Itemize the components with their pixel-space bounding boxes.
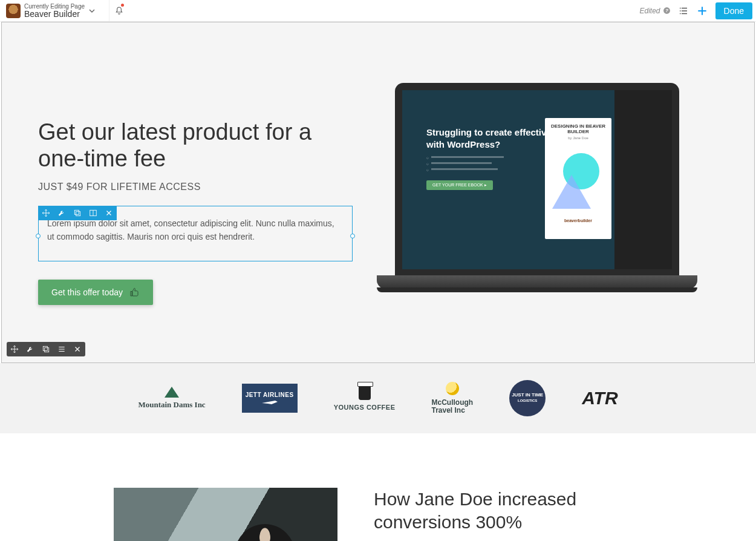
add-content-button[interactable] [696, 5, 708, 17]
logo-label-bot: Travel Inc [432, 406, 465, 415]
client-logos-row: Mountain Dams Inc JETT AIRLINES YOUNGS C… [0, 363, 756, 433]
module-move-handle[interactable] [38, 206, 54, 220]
resize-handle-right[interactable] [350, 234, 355, 238]
cta-label: Get this offer today [51, 287, 123, 297]
laptop-ebook-card: DESIGNING IN BEAVER BUILDER by Jane Doe … [545, 118, 611, 239]
notification-dot-icon [121, 4, 124, 7]
logo-youngs-coffee: YOUNGS COFFEE [334, 385, 396, 411]
edited-label: Edited [640, 7, 660, 15]
plus-icon [696, 5, 708, 17]
module-duplicate-button[interactable] [70, 206, 85, 220]
ebook-art [550, 148, 607, 215]
row-duplicate-button[interactable] [38, 342, 54, 356]
module-settings-button[interactable] [54, 206, 70, 220]
laptop-foot [377, 287, 697, 292]
module-remove-button[interactable] [101, 206, 117, 220]
laptop-cta: GET YOUR FREE EBOOK ▸ [426, 180, 493, 190]
logo-jett-airlines: JETT AIRLINES [242, 384, 298, 413]
svg-rect-6 [43, 346, 47, 350]
ebook-title: DESIGNING IN BEAVER BUILDER [550, 124, 607, 135]
bell-icon [114, 6, 124, 16]
laptop-side-panel [614, 90, 672, 269]
row-remove-button[interactable] [70, 342, 85, 356]
logo-mountain-dams: Mountain Dams Inc [138, 387, 205, 410]
wrench-icon [57, 209, 66, 217]
editor-topbar: Currently Editing Page Beaver Builder Ed… [0, 0, 756, 22]
page-title: Beaver Builder [24, 10, 85, 18]
hero-cta-button[interactable]: Get this offer today [38, 280, 153, 305]
logo-just-in-time: JUST IN TIMELOGISTICS [509, 380, 546, 416]
wrench-icon [26, 345, 34, 353]
columns-icon [89, 209, 97, 217]
laptop-screen: Struggling to create effective designs w… [402, 90, 672, 269]
close-icon [74, 346, 81, 353]
hero-heading[interactable]: Get our latest product for a one-time fe… [38, 119, 353, 172]
duplicate-icon [42, 345, 50, 353]
logo-label-top: McCullough [432, 398, 474, 407]
outline-icon [678, 5, 689, 16]
svg-rect-3 [76, 212, 80, 216]
globe-icon [446, 382, 459, 395]
hero-subheading[interactable]: JUST $49 FOR LIFETIME ACCESS [38, 182, 353, 192]
topbar-left: Currently Editing Page Beaver Builder [4, 0, 128, 22]
close-icon [105, 209, 112, 217]
logo-label: JETT AIRLINES [246, 392, 294, 398]
svg-rect-2 [74, 211, 79, 215]
resize-handle-left[interactable] [36, 234, 41, 238]
edited-status: Edited ? [640, 7, 671, 15]
page-title-group[interactable]: Currently Editing Page Beaver Builder [24, 4, 85, 18]
ebook-byline: by Jane Doe [550, 136, 607, 140]
logo-atr: ATR [582, 388, 618, 408]
move-icon [42, 209, 50, 217]
mountain-icon [165, 387, 179, 398]
duplicate-icon [73, 209, 82, 217]
logo-label-top: JUST IN TIME [512, 392, 543, 398]
testimonial-row: How Jane Doe increased conversions 300% [0, 433, 756, 541]
logo-label: YOUNGS COFFEE [334, 404, 396, 411]
plane-icon [261, 398, 279, 405]
coffee-cup-icon [359, 385, 371, 400]
laptop-mockup: Struggling to create effective designs w… [377, 83, 697, 301]
row-toolbar [7, 342, 85, 356]
beaver-builder-logo-icon [6, 4, 21, 18]
logo-label: Mountain Dams Inc [138, 400, 205, 410]
row-settings-button[interactable] [22, 342, 38, 356]
ebook-logo: beaverbuilder [550, 218, 607, 223]
logo-label-bot: LOGISTICS [518, 399, 537, 402]
hero-paragraph[interactable]: Lorem ipsum dolor sit amet, consectetur … [47, 217, 344, 243]
testimonial-photo [114, 488, 337, 541]
notifications-button[interactable] [109, 0, 128, 22]
done-button[interactable]: Done [715, 2, 752, 19]
row-columns-button[interactable] [54, 342, 70, 356]
hero-row: Get our latest product for a one-time fe… [2, 22, 754, 305]
text-module-selected[interactable]: Lorem ipsum dolor sit amet, consectetur … [38, 206, 353, 261]
laptop-base [377, 275, 697, 289]
topbar-right: Edited ? Done [640, 2, 753, 19]
module-toolbar [38, 206, 117, 220]
outline-panel-button[interactable] [678, 5, 689, 16]
row-move-handle[interactable] [7, 342, 22, 356]
move-icon [10, 345, 19, 353]
module-column-button[interactable] [85, 206, 101, 220]
svg-rect-7 [45, 348, 49, 352]
page-dropdown-chevron[interactable] [88, 7, 105, 15]
thumbs-up-icon [129, 287, 140, 298]
testimonial-heading[interactable]: How Jane Doe increased conversions 300% [374, 488, 628, 533]
laptop-screen-bezel: Struggling to create effective designs w… [395, 83, 679, 277]
chevron-down-icon [88, 7, 96, 15]
editing-context-label: Currently Editing Page [24, 4, 85, 10]
editor-canvas[interactable]: Get our latest product for a one-time fe… [1, 22, 755, 363]
hero-left-column: Get our latest product for a one-time fe… [38, 59, 353, 305]
list-icon [57, 345, 66, 353]
help-icon[interactable]: ? [663, 7, 671, 15]
logo-mccullough-travel: McCulloughTravel Inc [432, 382, 474, 415]
svg-text:?: ? [665, 8, 668, 13]
